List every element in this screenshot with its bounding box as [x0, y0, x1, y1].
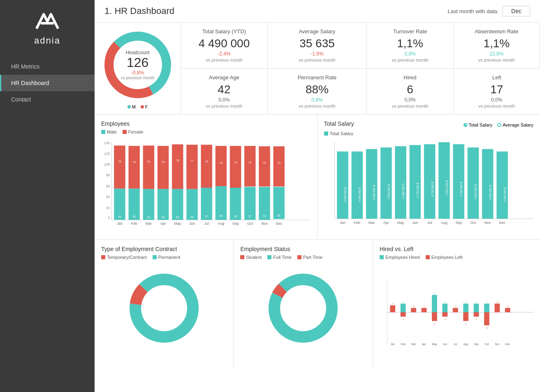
- svg-text:Mar: Mar: [368, 221, 375, 225]
- svg-text:54: 54: [190, 216, 194, 219]
- employees-bars: 55 75 Jan 55 74 Feb 54 76: [114, 144, 285, 226]
- svg-rect-40: [186, 145, 197, 189]
- absenteeism-label: Absenteeism Rate: [460, 28, 533, 35]
- svg-rect-94: [424, 144, 435, 219]
- status-donut-container: 33% 95%: [240, 263, 366, 349]
- kpi-average-age: Average Age 42 0,0% vs previous month: [181, 68, 267, 114]
- svg-text:4 580 000 $: 4 580 000 $: [373, 185, 375, 200]
- hired-left-legend: Employees Hired Employees Left: [380, 255, 533, 260]
- svg-text:74: 74: [132, 161, 136, 164]
- svg-rect-161: [484, 304, 489, 312]
- employees-chart-svg: 0 20 40 60 80 100 120 140: [101, 138, 311, 232]
- svg-rect-138: [432, 295, 437, 312]
- total-salary-value: 4 490 000: [188, 38, 260, 49]
- legend-male-item: Male: [101, 129, 117, 134]
- male-color-swatch: [101, 130, 105, 134]
- svg-text:4 500 000 $: 4 500 000 $: [358, 187, 361, 202]
- svg-text:Dec: Dec: [276, 221, 282, 226]
- svg-rect-156: [474, 304, 479, 312]
- turnover-rate-value: 1,1%: [373, 38, 446, 49]
- employment-status-title: Employment Status: [240, 246, 366, 252]
- radio-average-salary[interactable]: Average Salary: [497, 122, 533, 127]
- hired-value: 6: [373, 84, 446, 95]
- status-donut: 33% 95%: [266, 271, 340, 345]
- legend-perm: Permanent: [153, 255, 181, 260]
- headcount-value: 126: [121, 55, 154, 69]
- svg-text:Dec: Dec: [505, 343, 510, 346]
- svg-text:1: 1: [486, 301, 487, 303]
- svg-text:Apr: Apr: [160, 221, 166, 226]
- svg-text:Feb: Feb: [131, 221, 137, 226]
- legend-hired: Employees Hired: [380, 255, 420, 260]
- svg-text:Sep: Sep: [232, 221, 239, 226]
- nav-items: HR Metrics HR Dashboard Contact: [0, 58, 95, 108]
- total-salary-chart-title: Total Salary: [324, 120, 354, 127]
- svg-text:95%: 95%: [299, 325, 308, 330]
- svg-text:70: 70: [277, 161, 280, 164]
- svg-text:1: 1: [444, 301, 445, 303]
- svg-text:-3: -3: [486, 327, 488, 329]
- svg-rect-135: [422, 308, 427, 312]
- sidebar: adnia HR Metrics HR Dashboard Contact: [0, 0, 95, 392]
- header: 1. HR Dashboard Last month with data: De…: [95, 0, 540, 23]
- svg-rect-45: [201, 145, 212, 188]
- employees-chart-area: 0 20 40 60 80 100 120 140: [101, 138, 311, 234]
- svg-rect-109: [496, 152, 508, 219]
- radio-total-circle: [464, 123, 468, 127]
- hired-left-svg: -2 Jan 1 -1 Feb -1 Mar -1 Apr: [380, 263, 533, 362]
- female-color-swatch: [123, 130, 127, 134]
- kpi-absenteeism: Absenteeism Rate 1,1% 22,8% vs previous …: [454, 23, 540, 68]
- student-label: Student: [246, 255, 262, 260]
- legend-female: F: [141, 104, 148, 109]
- total-salary-change: -2,4%: [188, 51, 260, 57]
- svg-rect-70: [273, 146, 285, 187]
- sidebar-item-hr-dashboard[interactable]: HR Dashboard: [0, 75, 95, 91]
- total-salary-swatch: [324, 131, 328, 136]
- svg-text:73: 73: [234, 161, 237, 164]
- svg-text:2: 2: [434, 292, 435, 295]
- hired-legend-label: Employees Hired: [385, 255, 420, 260]
- permanent-rate-label: Permanent Rate: [274, 74, 360, 81]
- charts-row2: Type of Employment Contract Temporary/Co…: [95, 240, 540, 369]
- employees-chart-panel: Employees Male Female 0 20 40 60: [95, 115, 318, 240]
- svg-text:Jan: Jan: [391, 343, 395, 346]
- svg-text:Oct: Oct: [470, 221, 476, 225]
- turnover-rate-sub: vs previous month: [373, 58, 446, 62]
- svg-text:Jun: Jun: [189, 221, 195, 226]
- svg-text:4 680 000 $: 4 680 000 $: [401, 183, 404, 198]
- svg-text:May: May: [397, 221, 404, 225]
- svg-rect-124: [390, 305, 395, 312]
- legend-fulltime: Full Time: [267, 255, 292, 260]
- headcount-label: Headcount: [121, 49, 154, 55]
- svg-text:33%: 33%: [299, 286, 308, 291]
- total-salary-legend: Total Salary: [324, 131, 534, 136]
- radio-avg-circle: [497, 123, 501, 127]
- kpi-average-salary: Average Salary 35 635 -1,6% vs previous …: [268, 23, 367, 68]
- total-salary-chart-panel: Total Salary Total Salary Average Salary…: [318, 115, 540, 240]
- month-selector[interactable]: Dec: [503, 6, 530, 16]
- employment-contract-legend: Temporary/Contract Permanent: [101, 255, 227, 260]
- legend-parttime: Part Time: [297, 255, 322, 260]
- svg-rect-28: [158, 189, 169, 220]
- svg-text:40: 40: [106, 195, 110, 199]
- radio-total-salary[interactable]: Total Salary: [464, 122, 492, 127]
- svg-rect-132: [411, 308, 416, 312]
- svg-text:-1: -1: [475, 318, 477, 321]
- svg-rect-88: [395, 146, 406, 219]
- svg-text:57: 57: [263, 215, 266, 218]
- svg-rect-23: [143, 189, 154, 220]
- svg-text:Jul: Jul: [204, 221, 209, 226]
- svg-text:59: 59: [220, 214, 223, 217]
- svg-text:Feb: Feb: [401, 343, 406, 346]
- total-salary-svg: 4 500 000 $ 4 500 000 $ Jan 4 500 000 $ …: [324, 139, 534, 230]
- left-change: 0,0%: [460, 97, 533, 103]
- svg-text:-1: -1: [507, 305, 509, 307]
- svg-text:57: 57: [248, 215, 252, 218]
- employment-contract-title: Type of Employment Contract: [101, 246, 227, 252]
- headcount-change: -0,8%: [121, 70, 154, 76]
- sidebar-item-contact[interactable]: Contact: [0, 91, 95, 108]
- parttime-swatch: [297, 255, 301, 259]
- legend-temp: Temporary/Contract: [101, 255, 147, 260]
- kpi-permanent-rate: Permanent Rate 88% 0,8% vs previous mont…: [268, 68, 367, 114]
- sidebar-item-hr-metrics[interactable]: HR Metrics: [0, 58, 95, 75]
